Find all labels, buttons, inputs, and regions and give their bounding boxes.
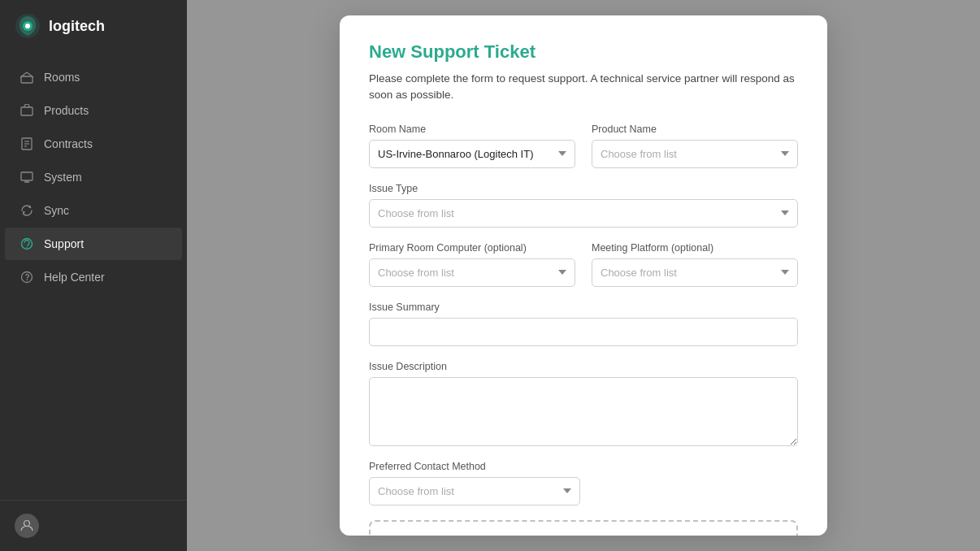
svg-rect-9: [21, 172, 33, 180]
issue-description-textarea[interactable]: [369, 377, 798, 446]
meeting-platform-label: Meeting Platform (optional): [592, 242, 798, 254]
svg-rect-4: [21, 107, 33, 115]
form-row-5: Issue Description: [369, 361, 798, 446]
sidebar-bottom: [0, 500, 187, 551]
issue-description-group: Issue Description: [369, 361, 798, 446]
sidebar-item-support[interactable]: Support: [5, 228, 182, 260]
room-name-select[interactable]: US-Irvine-Bonnaroo (Logitech IT): [369, 140, 575, 168]
sidebar-item-rooms[interactable]: Rooms: [5, 61, 182, 93]
svg-rect-3: [21, 76, 33, 83]
help-icon: ?: [20, 270, 34, 284]
preferred-contact-group: Preferred Contact Method Choose from lis…: [369, 461, 798, 505]
form-row-2: Issue Type Choose from list: [369, 183, 798, 228]
user-avatar: [15, 514, 39, 538]
logo-text: logitech: [49, 18, 105, 35]
product-name-label: Product Name: [592, 124, 798, 135]
room-name-group: Room Name US-Irvine-Bonnaroo (Logitech I…: [369, 124, 575, 168]
form-row-3: Primary Room Computer (optional) Choose …: [369, 242, 798, 287]
meeting-platform-select[interactable]: Choose from list: [592, 258, 798, 287]
sidebar-item-contracts-label: Contracts: [44, 137, 93, 150]
preferred-contact-label: Preferred Contact Method: [369, 461, 798, 472]
sidebar-item-system-label: System: [44, 171, 82, 184]
products-icon: [20, 103, 34, 118]
issue-summary-label: Issue Summary: [369, 302, 798, 313]
sidebar-item-help[interactable]: ? Help Center: [5, 261, 182, 293]
svg-point-2: [25, 24, 30, 28]
sidebar-item-sync-label: Sync: [44, 204, 69, 217]
system-icon: [20, 170, 34, 184]
sync-icon: [20, 203, 34, 218]
primary-computer-select[interactable]: Choose from list: [369, 258, 575, 287]
issue-summary-input[interactable]: [369, 318, 798, 346]
form-row-4: Issue Summary: [369, 302, 798, 346]
modal-subtitle: Please complete the form to request supp…: [369, 71, 798, 104]
logitech-logo-icon: [15, 13, 41, 39]
issue-summary-group: Issue Summary: [369, 302, 798, 346]
primary-computer-label: Primary Room Computer (optional): [369, 242, 575, 254]
sidebar-item-contracts[interactable]: Contracts: [5, 128, 182, 160]
sidebar-item-sync[interactable]: Sync: [5, 194, 182, 227]
product-name-select[interactable]: Choose from list: [592, 140, 798, 168]
form-row-6: Preferred Contact Method Choose from lis…: [369, 461, 798, 505]
sidebar-item-support-label: Support: [44, 237, 84, 250]
support-ticket-modal: New Support Ticket Please complete the f…: [340, 15, 827, 536]
main-navigation: Rooms Products Contracts: [0, 52, 187, 500]
svg-text:?: ?: [25, 273, 30, 282]
preferred-contact-select[interactable]: Choose from list: [369, 477, 580, 505]
issue-type-group: Issue Type Choose from list: [369, 183, 798, 228]
product-name-group: Product Name Choose from list: [592, 124, 798, 168]
svg-point-13: [26, 247, 27, 248]
primary-computer-group: Primary Room Computer (optional) Choose …: [369, 242, 575, 287]
room-name-label: Room Name: [369, 124, 575, 135]
logo-area: logitech: [0, 0, 187, 52]
sidebar-item-products-label: Products: [44, 104, 89, 117]
support-icon: [20, 236, 34, 251]
svg-point-16: [24, 521, 30, 527]
sidebar-item-system[interactable]: System: [5, 161, 182, 193]
sidebar-item-products[interactable]: Products: [5, 94, 182, 127]
rooms-icon: [20, 70, 34, 85]
upload-area[interactable]: Upload Files Or drop files: [369, 520, 798, 536]
issue-description-label: Issue Description: [369, 361, 798, 372]
form-row-1: Room Name US-Irvine-Bonnaroo (Logitech I…: [369, 124, 798, 168]
sidebar: logitech Rooms Products: [0, 0, 187, 551]
main-content: New Support Ticket Please complete the f…: [187, 0, 980, 551]
modal-title: New Support Ticket: [369, 41, 798, 63]
issue-type-select[interactable]: Choose from list: [369, 199, 798, 228]
issue-type-label: Issue Type: [369, 183, 798, 194]
meeting-platform-group: Meeting Platform (optional) Choose from …: [592, 242, 798, 287]
contracts-icon: [20, 137, 34, 151]
sidebar-item-rooms-label: Rooms: [44, 71, 80, 84]
modal-overlay[interactable]: New Support Ticket Please complete the f…: [187, 0, 980, 551]
sidebar-item-help-label: Help Center: [44, 271, 105, 284]
